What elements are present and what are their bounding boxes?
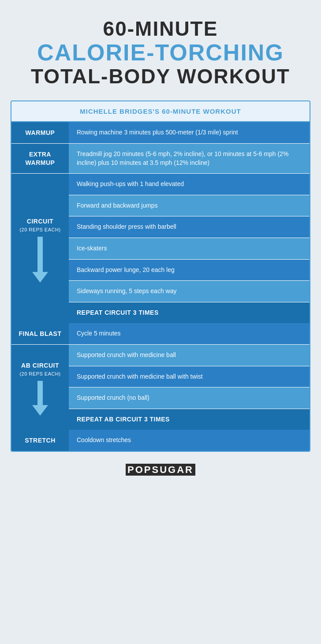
ab-circuit-section: AB CIRCUIT (20 REPS EACH) Supported crun…	[11, 345, 310, 430]
ab-item-2: Supported crunch (no ball)	[69, 387, 310, 409]
final-blast-row: FINAL BLAST Cycle 5 minutes	[11, 323, 310, 345]
ab-arrow-shaft	[37, 381, 43, 405]
arrow-head	[32, 272, 48, 283]
stretch-label: STRETCH	[11, 430, 69, 451]
arrow-shaft	[37, 237, 43, 272]
stretch-row: STRETCH Cooldown stretches	[11, 430, 310, 451]
page-header: 60-MINUTE CALORIE-TORCHING TOTAL-BODY WO…	[31, 18, 290, 87]
circuit-label: CIRCUIT (20 REPS EACH)	[16, 211, 64, 237]
final-blast-content: Cycle 5 minutes	[69, 323, 310, 344]
warmup-content: Rowing machine 3 minutes plus 500-meter …	[69, 122, 310, 143]
ab-arrow-head	[32, 405, 48, 416]
circuit-right-rows: Walking push-ups with 1 hand elevated Fo…	[69, 174, 310, 323]
circuit-item-1: Forward and backward jumps	[69, 195, 310, 217]
extra-warmup-row: EXTRA WARMUP Treadmill jog 20 minutes (5…	[11, 144, 310, 174]
extra-warmup-content: Treadmill jog 20 minutes (5-6 mph, 2% in…	[69, 144, 310, 173]
circuit-item-0: Walking push-ups with 1 hand elevated	[69, 174, 310, 195]
circuit-section: CIRCUIT (20 REPS EACH) Walking push-ups …	[11, 174, 310, 323]
circuit-label-column: CIRCUIT (20 REPS EACH)	[11, 174, 69, 323]
repeat-ab: REPEAT AB CIRCUIT 3 TIMES	[69, 409, 310, 430]
warmup-label: WARMUP	[11, 122, 69, 143]
title-line2: CALORIE-TORCHING	[31, 40, 290, 65]
circuit-item-3: Ice-skaters	[69, 238, 310, 260]
title-line1: 60-MINUTE	[31, 18, 290, 40]
warmup-row: WARMUP Rowing machine 3 minutes plus 500…	[11, 122, 310, 144]
brand-footer: POPSUGAR	[126, 464, 195, 476]
circuit-item-2: Standing shoulder press with barbell	[69, 216, 310, 238]
circuit-item-4: Backward power lunge, 20 each leg	[69, 260, 310, 281]
ab-circuit-label-column: AB CIRCUIT (20 REPS EACH)	[11, 345, 69, 430]
title-line3: TOTAL-BODY WORKOUT	[31, 65, 290, 88]
table-title: MICHELLE BRIDGES'S 60-MINUTE WORKOUT	[11, 101, 310, 122]
repeat-circuit: REPEAT CIRCUIT 3 TIMES	[69, 302, 310, 324]
circuit-arrow-icon	[32, 237, 48, 283]
ab-circuit-label: AB CIRCUIT (20 REPS EACH)	[16, 355, 64, 381]
extra-warmup-label: EXTRA WARMUP	[11, 144, 69, 173]
workout-table: MICHELLE BRIDGES'S 60-MINUTE WORKOUT WAR…	[11, 101, 310, 452]
ab-item-1: Supported crunch with medicine ball with…	[69, 366, 310, 388]
final-blast-label: FINAL BLAST	[11, 323, 69, 344]
ab-circuit-arrow-icon	[32, 381, 48, 416]
ab-right-rows: Supported crunch with medicine ball Supp…	[69, 345, 310, 430]
stretch-content: Cooldown stretches	[69, 430, 310, 451]
circuit-item-5: Sideways running, 5 steps each way	[69, 281, 310, 302]
ab-item-0: Supported crunch with medicine ball	[69, 345, 310, 366]
